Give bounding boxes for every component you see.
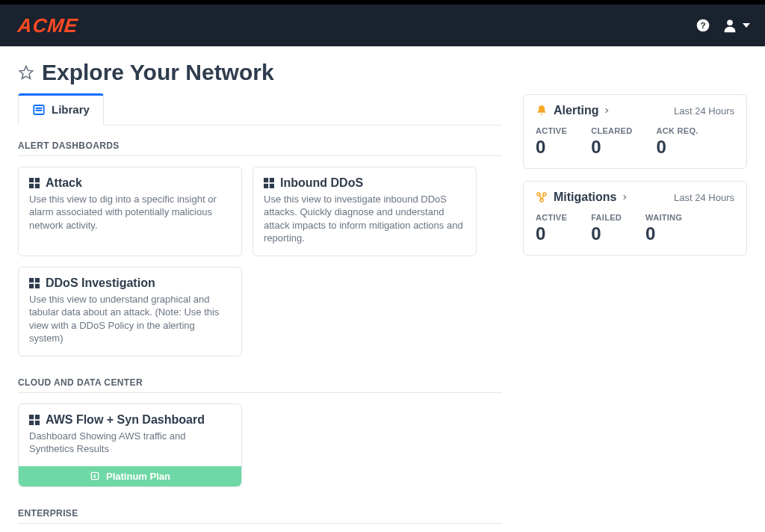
alerting-title: Alerting: [554, 104, 598, 117]
chevron-right-icon: [621, 194, 628, 201]
mitigations-subtitle: Last 24 Hours: [674, 192, 734, 203]
card-title: Inbound DDoS: [280, 176, 363, 190]
stat-label: FAILED: [591, 213, 622, 222]
svg-marker-3: [19, 66, 32, 79]
stat-label: WAITING: [645, 213, 682, 222]
page-title: Explore Your Network: [42, 60, 274, 86]
help-icon[interactable]: ?: [695, 17, 711, 34]
brand-logo[interactable]: ACME: [16, 14, 79, 37]
stat-active: ACTIVE 0: [536, 213, 567, 244]
stat-label: ACK REQ.: [656, 126, 698, 135]
tab-label: Library: [52, 103, 90, 116]
svg-rect-20: [35, 415, 40, 419]
dashboard-icon: [29, 415, 40, 425]
stat-label: CLEARED: [591, 126, 632, 135]
svg-rect-8: [35, 178, 40, 182]
svg-text:?: ?: [700, 20, 705, 30]
svg-rect-9: [29, 183, 34, 188]
alerting-panel[interactable]: Alerting Last 24 Hours ACTIVE 0 CLEARED …: [523, 94, 747, 169]
chevron-right-icon: [603, 107, 610, 114]
dashboard-icon: [264, 178, 274, 188]
dashboard-card-aws-flow-syn[interactable]: AWS Flow + Syn Dashboard Dashboard Showi…: [18, 403, 242, 487]
dashboard-card-ddos-investigation[interactable]: DDoS Investigation Use this view to unde…: [18, 267, 242, 356]
bell-icon: [536, 105, 548, 117]
plan-badge-label: Platinum Plan: [106, 471, 170, 482]
tab-bar: Library: [18, 93, 502, 126]
card-description: Dashboard Showing AWS traffic and Synthe…: [29, 430, 231, 456]
svg-rect-19: [29, 415, 34, 419]
stat-value: 0: [536, 137, 567, 158]
user-icon: [722, 17, 738, 34]
svg-rect-17: [29, 284, 34, 288]
card-title: AWS Flow + Syn Dashboard: [46, 413, 205, 427]
svg-rect-11: [264, 178, 268, 182]
stat-value: 0: [591, 137, 632, 158]
dashboard-icon: [29, 178, 40, 188]
alerting-subtitle: Last 24 Hours: [674, 105, 734, 117]
svg-point-2: [727, 19, 733, 25]
stat-value: 0: [536, 223, 567, 244]
stat-failed: FAILED 0: [591, 213, 622, 244]
svg-rect-15: [29, 278, 34, 282]
stat-cleared: CLEARED 0: [591, 126, 632, 158]
svg-rect-16: [35, 278, 40, 282]
stat-value: 0: [656, 137, 698, 158]
svg-point-31: [540, 199, 543, 202]
card-title: DDoS Investigation: [46, 276, 155, 290]
user-menu[interactable]: [722, 17, 750, 34]
svg-rect-10: [35, 183, 40, 188]
card-description: Use this view to understand graphical an…: [29, 293, 231, 345]
stat-active: ACTIVE 0: [536, 126, 567, 158]
dashboard-card-inbound-ddos[interactable]: Inbound DDoS Use this view to investigat…: [253, 167, 477, 256]
card-description: Use this view to investigate inbound DDo…: [264, 193, 465, 245]
dashboard-icon: [29, 278, 40, 288]
top-navbar: ACME ?: [0, 4, 765, 46]
svg-rect-12: [270, 178, 274, 182]
stat-value: 0: [645, 223, 682, 244]
mitigations-title: Mitigations: [554, 191, 616, 204]
svg-rect-7: [29, 178, 34, 182]
svg-rect-22: [35, 421, 40, 425]
card-title: Attack: [46, 176, 82, 190]
section-header: ALERT DASHBOARDS: [18, 140, 502, 156]
stat-label: ACTIVE: [536, 213, 567, 222]
section-header: CLOUD AND DATA CENTER: [18, 377, 502, 393]
stat-label: ACTIVE: [536, 126, 567, 135]
svg-rect-18: [35, 284, 40, 288]
tab-library[interactable]: Library: [18, 93, 104, 126]
svg-rect-21: [29, 421, 34, 425]
section-header: ENTERPRISE: [18, 508, 502, 524]
svg-rect-14: [270, 183, 274, 188]
plan-badge: Platinum Plan: [19, 466, 241, 486]
stat-value: 0: [591, 223, 622, 244]
card-description: Use this view to dig into a specific ins…: [29, 193, 231, 232]
stat-waiting: WAITING 0: [645, 213, 682, 244]
dashboard-card-attack[interactable]: Attack Use this view to dig into a speci…: [18, 167, 242, 256]
stat-ackreq: ACK REQ. 0: [656, 126, 698, 158]
svg-rect-13: [264, 183, 268, 188]
favorite-star-icon[interactable]: [18, 64, 34, 81]
mitigations-icon: [536, 191, 548, 203]
library-icon: [32, 103, 46, 117]
plan-icon: [90, 471, 100, 481]
mitigations-panel[interactable]: Mitigations Last 24 Hours ACTIVE 0 FAILE…: [523, 181, 747, 256]
chevron-down-icon: [743, 23, 750, 28]
